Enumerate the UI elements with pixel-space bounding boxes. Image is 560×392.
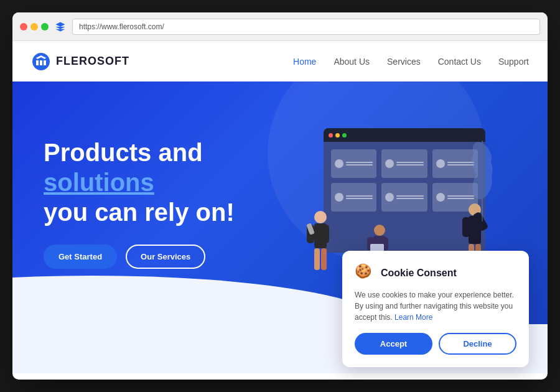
- hero-left: Products and solutions you can rely on! …: [44, 138, 280, 269]
- cookie-decline-button[interactable]: Decline: [439, 333, 516, 355]
- mock-line-2a: [396, 162, 423, 163]
- nav-contact[interactable]: Contact Us: [438, 57, 481, 67]
- svg-rect-4: [322, 225, 329, 243]
- svg-rect-6: [321, 248, 327, 270]
- browser-chrome: https://www.flerosoft.com/: [12, 12, 548, 41]
- nav-home[interactable]: Home: [293, 57, 316, 67]
- mock-avatar-5: [385, 193, 394, 202]
- logo-text: FLEROSOFT: [56, 55, 129, 68]
- website-content: FLEROSOFT Home About Us Services Contact…: [12, 41, 548, 380]
- mock-line-4b: [346, 198, 373, 199]
- get-started-button[interactable]: Get Started: [44, 245, 117, 269]
- nav-links: Home About Us Services Contact Us Suppor…: [293, 56, 529, 67]
- mock-line-1b: [346, 164, 373, 166]
- hero-title-line2: you can rely on!: [44, 198, 235, 226]
- svg-rect-5: [314, 248, 320, 270]
- cookie-accept-button[interactable]: Accept: [355, 333, 432, 355]
- cookie-header: 🍪 Cookie Consent: [355, 263, 516, 283]
- cookie-buttons: Accept Decline: [355, 333, 516, 355]
- mock-avatar-4: [335, 193, 343, 202]
- mock-line-5b: [396, 198, 423, 199]
- nav-about[interactable]: About Us: [334, 57, 370, 67]
- mock-card-2: [381, 149, 427, 178]
- mock-line-1a: [346, 162, 373, 163]
- mock-card-1: [331, 149, 376, 178]
- cookie-title: Cookie Consent: [381, 268, 457, 279]
- svg-point-0: [314, 211, 327, 223]
- mock-lines-4: [346, 195, 373, 199]
- url-text: https://www.flerosoft.com/: [79, 22, 164, 31]
- nav-services[interactable]: Services: [387, 57, 421, 67]
- hero-buttons: Get Started Our Services: [44, 245, 280, 269]
- mock-avatar-6: [436, 193, 445, 202]
- dot-green: [41, 23, 49, 30]
- navbar: FLEROSOFT Home About Us Services Contact…: [12, 41, 548, 82]
- mock-line-2b: [396, 164, 423, 166]
- logo[interactable]: FLEROSOFT: [31, 52, 129, 72]
- mock-avatar-2: [385, 159, 394, 168]
- plant-decoration: [470, 122, 495, 222]
- hero-title-line1: Products and: [44, 139, 203, 166]
- hero-title-highlight: solutions: [44, 169, 154, 196]
- mock-line-5a: [396, 195, 423, 197]
- learn-more-link[interactable]: Learn More: [394, 313, 432, 322]
- svg-rect-9: [462, 217, 470, 237]
- browser-dots: [20, 23, 49, 30]
- nav-support[interactable]: Support: [498, 57, 529, 67]
- favicon-icon: [55, 21, 66, 32]
- cookie-consent-popup: 🍪 Cookie Consent We use cookies to make …: [342, 251, 529, 367]
- person-left-figure: [302, 206, 339, 287]
- dot-red: [20, 23, 27, 30]
- cookie-body: We use cookies to make your experience b…: [355, 291, 514, 322]
- mock-dot-red: [329, 133, 333, 138]
- our-services-button[interactable]: Our Services: [126, 245, 205, 269]
- mock-lines-2: [396, 162, 423, 166]
- mock-card-5: [381, 183, 427, 212]
- mock-lines-1: [346, 162, 373, 166]
- logo-icon: [31, 52, 51, 72]
- mock-avatar-1: [335, 159, 343, 168]
- mock-line-4a: [346, 195, 373, 197]
- mock-dot-yellow: [335, 133, 340, 138]
- address-bar[interactable]: https://www.flerosoft.com/: [72, 19, 540, 35]
- mock-dot-green: [342, 133, 347, 138]
- dot-yellow: [30, 23, 38, 30]
- hero-title: Products and solutions you can rely on!: [44, 138, 280, 227]
- mock-lines-5: [396, 195, 423, 199]
- cookie-body-text: We use cookies to make your experience b…: [355, 289, 516, 323]
- mock-browser-bar: [324, 128, 485, 142]
- cookie-icon: 🍪: [355, 263, 375, 283]
- mock-avatar-3: [436, 159, 445, 168]
- svg-point-13: [374, 225, 385, 236]
